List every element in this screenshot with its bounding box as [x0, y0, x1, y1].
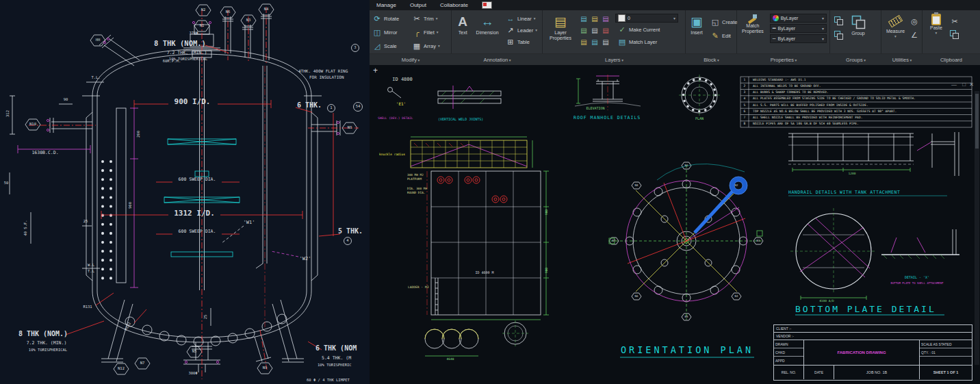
insert-label: Insert [691, 30, 703, 36]
new-tab-icon[interactable]: + [373, 66, 378, 75]
close-icon[interactable]: ✕ [969, 81, 974, 88]
fillet-label: Fillet [424, 29, 435, 36]
dimension-label: Dimension [476, 30, 499, 36]
leader-icon: ↗ [506, 25, 515, 35]
insert-icon: ▣ [688, 14, 705, 30]
block-panel: ▣Insert ◱Create ✎Edit [686, 10, 737, 53]
lineweight-dropdown[interactable]: ━ByLayer [770, 24, 827, 33]
layer-tool-icon[interactable]: ▤ [601, 37, 610, 47]
layer-tool-icon[interactable]: ▤ [590, 14, 599, 23]
panel-title-annotation[interactable]: Annotation [452, 54, 543, 66]
layer-dropdown[interactable]: 0 [615, 14, 678, 23]
dimension-button[interactable]: ↔Dimension [474, 11, 500, 53]
linear-button[interactable]: ↔Linear [504, 13, 539, 24]
quick-measure-icon[interactable]: ∠ [910, 30, 919, 40]
measure-label: Measure [886, 29, 905, 34]
panel-title-clipboard[interactable]: Clipboard [923, 54, 980, 66]
layer-tool-icon[interactable]: ▤ [579, 14, 589, 23]
measure-icon [888, 15, 903, 28]
scrollbar-thumb[interactable] [975, 94, 979, 149]
fillet-icon: ╭ [412, 27, 422, 37]
measure-button[interactable]: Measure [884, 11, 907, 53]
edit-block-button[interactable]: ✎Edit [708, 30, 740, 41]
rotate-icon: ⟳ [372, 14, 382, 23]
rotate-button[interactable]: ⟳Rotate [370, 12, 410, 25]
scale-cells: SCALE AS STATED QTY. : 01 [920, 340, 972, 365]
utilities-panel: Measure ◎ ∠ [881, 10, 923, 53]
table-button[interactable]: ⊞Table [504, 36, 539, 47]
chkd-cell: CHKD [774, 348, 803, 357]
menu-collaborate[interactable]: Collaborate [440, 2, 468, 8]
text-button[interactable]: AText [454, 11, 471, 53]
rotate-label: Rotate [384, 16, 399, 22]
layer-tool-icon[interactable]: ▤ [601, 14, 610, 23]
menu-output[interactable]: Output [410, 2, 426, 8]
clipboard-panel: Paste ✂ [923, 10, 980, 53]
match-properties-label: Match Properties [740, 23, 766, 34]
client-row: CLIENT :- [774, 325, 972, 333]
panel-title-block[interactable]: Block [686, 54, 737, 66]
panel-title-groups[interactable]: Groups [830, 54, 881, 66]
id-point-icon[interactable]: ◎ [910, 16, 919, 26]
vertical-scrollbar[interactable] [975, 91, 979, 365]
language-flag-icon[interactable] [482, 1, 492, 9]
panel-title-utilities[interactable]: Utilities [881, 54, 923, 66]
minimize-icon[interactable]: — [951, 81, 957, 88]
layer-tool-icon[interactable]: ▤ [579, 25, 589, 35]
array-button[interactable]: ▦Array [410, 39, 450, 53]
layer-tool-icon[interactable]: ▤ [590, 37, 599, 47]
object-color-value: ByLayer [781, 16, 799, 21]
insert-button[interactable]: ▣Insert [688, 11, 705, 53]
maximize-icon[interactable]: □ [962, 81, 966, 88]
match-properties-icon [748, 14, 758, 23]
lineweight-value: ByLayer [778, 26, 796, 31]
text-label: Text [459, 30, 467, 36]
group-button[interactable]: Group [847, 11, 869, 53]
layer-tool-icon[interactable]: ▤ [590, 25, 599, 35]
paste-button[interactable]: Paste [927, 11, 946, 53]
object-color-dropdown[interactable]: ByLayer [770, 14, 827, 23]
table-icon: ⊞ [506, 37, 515, 47]
job-number-cell: JOB NO. 1B [834, 366, 920, 379]
layer-tool-icon[interactable]: ▤ [601, 25, 610, 35]
cut-icon[interactable]: ✂ [950, 16, 959, 26]
linetype-value: ByLayer [778, 36, 796, 41]
color-wheel-icon [773, 15, 779, 21]
group-edit-icon[interactable] [834, 31, 843, 40]
scale-button[interactable]: ◿Scale [370, 39, 410, 53]
match-layer-label: Match Layer [629, 39, 657, 45]
mirror-button[interactable]: ◫Mirror [370, 25, 410, 39]
fillet-button[interactable]: ╭Fillet [410, 25, 450, 39]
trim-label: Trim [424, 16, 434, 22]
linetype-icon: ╌ [773, 36, 776, 42]
drawn-cell: DRAWN [774, 340, 803, 348]
drawing-canvas[interactable]: ID 4800'E1'SHELL (DEV.) DETAIL(VERTICAL … [370, 65, 980, 384]
panel-title-layers[interactable]: Layers [543, 54, 686, 66]
group-label: Group [851, 31, 864, 36]
groups-panel: Group [830, 10, 881, 53]
ungroup-icon[interactable] [834, 16, 843, 25]
ribbon: ⟳Rotate ✂Trim ◫Mirror ╭Fillet ◿Scale ▦Ar… [370, 10, 980, 53]
create-block-icon: ◱ [710, 17, 720, 27]
create-block-button[interactable]: ◱Create [708, 16, 740, 27]
edit-block-icon: ✎ [710, 31, 720, 40]
layer-properties-button[interactable]: ▤Layer Properties [545, 11, 576, 53]
match-properties-button[interactable]: Match Properties [740, 11, 766, 53]
table-label: Table [517, 39, 530, 45]
vendor-row: VENDOR :- [774, 333, 972, 340]
panel-title-properties[interactable]: Properties [737, 54, 830, 66]
layer-tool-icon[interactable]: ▤ [579, 37, 589, 47]
match-layer-button[interactable]: ▤Match Layer [615, 36, 678, 47]
panel-title-modify[interactable]: Modify [370, 54, 452, 66]
linetype-dropdown[interactable]: ╌ByLayer [770, 34, 827, 43]
copy-icon[interactable] [950, 30, 959, 39]
qty-cell: QTY. : 01 [920, 348, 972, 357]
leader-button[interactable]: ↗Leader [504, 25, 539, 36]
trim-button[interactable]: ✂Trim [410, 12, 450, 25]
menu-manage[interactable]: Manage [376, 2, 396, 8]
make-current-icon: ✓ [617, 25, 627, 34]
layer-properties-icon: ▤ [552, 14, 569, 30]
spare-cell [920, 357, 972, 365]
make-current-button[interactable]: ✓Make Current [615, 24, 678, 35]
vessel-drawing-viewport[interactable]: 8 THK (NOM.)7.2 THK. (MIN.)10% TORISPHER… [0, 0, 370, 384]
